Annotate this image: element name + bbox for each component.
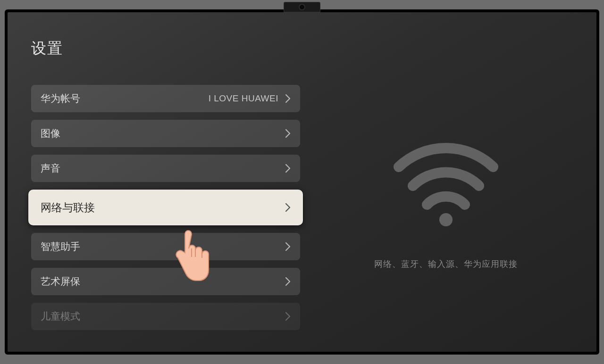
chevron-right-icon: [285, 203, 291, 212]
settings-menu: 华为帐号 I LOVE HUAWEI 图像 声音: [31, 85, 300, 337]
page-title: 设置: [31, 38, 573, 59]
menu-item-network[interactable]: 网络与联接: [28, 190, 303, 225]
menu-item-image[interactable]: 图像: [31, 120, 300, 147]
chevron-right-icon: [285, 242, 291, 251]
chevron-right-icon: [285, 129, 291, 138]
tv-camera: [284, 2, 320, 12]
wifi-icon: [389, 134, 503, 230]
detail-description: 网络、蓝牙、输入源、华为应用联接: [374, 258, 518, 270]
chevron-right-icon: [285, 312, 291, 321]
chevron-right-icon: [285, 164, 291, 173]
chevron-right-icon: [285, 94, 291, 103]
menu-label: 华为帐号: [41, 92, 209, 105]
menu-item-sound[interactable]: 声音: [31, 155, 300, 182]
chevron-right-icon: [285, 277, 291, 286]
detail-panel: 网络、蓝牙、输入源、华为应用联接: [319, 85, 573, 337]
menu-item-child[interactable]: 儿童模式: [31, 303, 300, 330]
menu-label: 艺术屏保: [41, 275, 285, 288]
content-area: 华为帐号 I LOVE HUAWEI 图像 声音: [31, 85, 573, 337]
menu-item-screensaver[interactable]: 艺术屏保: [31, 268, 300, 295]
menu-value: I LOVE HUAWEI: [209, 93, 278, 104]
menu-label: 儿童模式: [41, 310, 285, 323]
menu-label: 网络与联接: [41, 200, 285, 215]
menu-label: 图像: [41, 127, 285, 140]
menu-item-account[interactable]: 华为帐号 I LOVE HUAWEI: [31, 85, 300, 112]
screen: 设置 华为帐号 I LOVE HUAWEI 图像 声音: [8, 12, 596, 352]
menu-item-assistant[interactable]: 智慧助手: [31, 233, 300, 260]
tv-frame: 设置 华为帐号 I LOVE HUAWEI 图像 声音: [5, 9, 599, 355]
menu-label: 声音: [41, 162, 285, 175]
svg-point-0: [439, 213, 453, 226]
menu-label: 智慧助手: [41, 240, 285, 253]
